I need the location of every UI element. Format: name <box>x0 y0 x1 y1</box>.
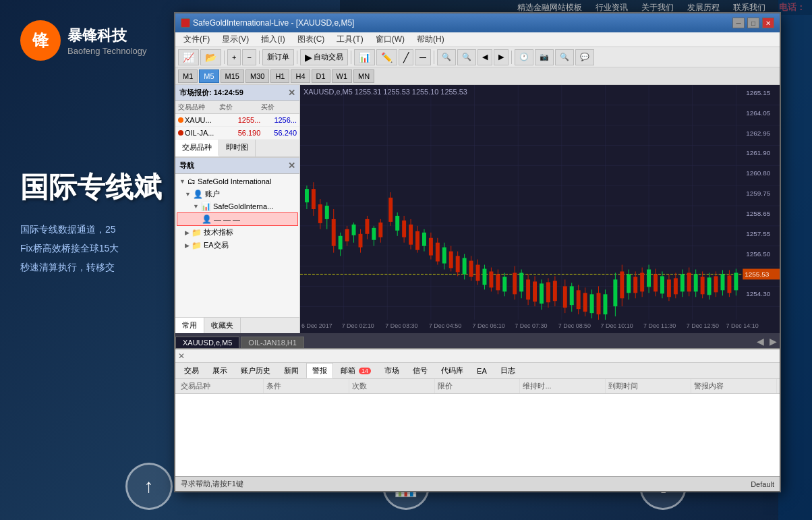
minimize-button[interactable]: ─ <box>732 18 745 28</box>
status-bar: 寻求帮助,请按F1键 Default <box>175 476 780 491</box>
logo-area: 锋 暴锋科技 Baofeng Technology <box>20 20 147 61</box>
tab-ea[interactable]: EA <box>471 364 493 378</box>
svg-text:1255.53: 1255.53 <box>745 270 769 278</box>
nav-highlighted-account[interactable]: 👤 — — — <box>177 212 298 226</box>
menu-window[interactable]: 窗口(W) <box>370 32 410 47</box>
close-button[interactable]: ✕ <box>762 18 774 28</box>
nav-accounts[interactable]: ▼ 👤 账户 <box>177 187 298 200</box>
svg-rect-133 <box>640 272 644 291</box>
bottom-table-body <box>175 394 780 476</box>
navigator-header: 导航 ✕ <box>175 158 299 174</box>
nav-indicators[interactable]: ▶ 📁 技术指标 <box>177 226 298 239</box>
nav-item-news[interactable]: 行业资讯 <box>596 2 628 13</box>
chart-scroll-left[interactable]: ◀ <box>754 335 767 348</box>
hero-desc-line2: Fix桥高效桥接全球15大 <box>20 239 162 258</box>
toolbar-new-order[interactable]: 新订单 <box>262 49 294 65</box>
toolbar-objects[interactable]: ✏️ <box>376 49 397 65</box>
toolbar-screenshot[interactable]: 📷 <box>535 49 554 65</box>
chart-canvas[interactable]: 1265.15 1264.05 1262.95 1261.90 1260.80 … <box>300 85 780 333</box>
tf-h1[interactable]: H1 <box>270 69 289 83</box>
nav-arrow-account: ▼ <box>193 203 199 210</box>
left-panel: 市场报价: 14:24:59 ✕ 交易品种 卖价 买价 XAUU... 1255… <box>175 85 300 333</box>
bottom-panel-close[interactable]: ✕ <box>178 351 185 361</box>
nav-safegold[interactable]: ▼ 🗂 SafeGold International <box>177 175 298 187</box>
timeframe-bar: M1 M5 M15 M30 H1 H4 D1 W1 MN <box>175 67 780 85</box>
tab-journal[interactable]: 日志 <box>494 363 521 378</box>
tf-m1[interactable]: M1 <box>178 69 198 83</box>
tab-history[interactable]: 账户历史 <box>235 363 277 378</box>
navigator-close[interactable]: ✕ <box>288 161 295 171</box>
toolbar-zoom-chart-in[interactable]: 🔍 <box>437 49 456 65</box>
tf-m30[interactable]: M30 <box>245 69 269 83</box>
nav-item-about[interactable]: 关于我们 <box>641 2 674 13</box>
toolbar-indicators[interactable]: 📊 <box>354 49 375 65</box>
svg-text:7 Dec 02:10: 7 Dec 02:10 <box>342 322 374 329</box>
toolbar-hline[interactable]: ─ <box>415 49 431 65</box>
menu-help[interactable]: 帮助(H) <box>411 32 450 47</box>
tab-favorites[interactable]: 收藏夹 <box>204 318 241 333</box>
toolbar-scroll-right[interactable]: ▶ <box>494 49 509 65</box>
nav-item-templates[interactable]: 精选金融网站模板 <box>517 2 582 13</box>
bottom-table-header: 交易品种 条件 次数 限价 维持时... 到期时间 警报内容 <box>175 379 780 394</box>
tab-market[interactable]: 市场 <box>378 363 405 378</box>
svg-rect-139 <box>660 276 664 293</box>
menu-file[interactable]: 文件(F) <box>178 32 215 47</box>
toolbar-zoom-in[interactable]: + <box>227 49 241 65</box>
window-title: SafeGoldInternational-Live - [XAUUSD,e,M… <box>193 18 732 28</box>
tf-mn[interactable]: MN <box>353 69 374 83</box>
toolbar-zoom-chart-out[interactable]: 🔍 <box>457 49 476 65</box>
bottom-tabs: 交易 展示 账户历史 新闻 警报 邮箱 14 市场 信号 代码库 EA 日志 <box>175 363 780 379</box>
tf-m5[interactable]: M5 <box>199 69 219 83</box>
svg-rect-111 <box>563 286 567 308</box>
svg-text:XAUUSD,e,M5  1255.31  1255.53 : XAUUSD,e,M5 1255.31 1255.53 1255.10 1255… <box>303 88 467 96</box>
nav-item-history[interactable]: 发展历程 <box>687 2 720 13</box>
svg-text:1261.90: 1261.90 <box>746 149 770 156</box>
tab-common[interactable]: 常用 <box>175 318 204 333</box>
tf-w1[interactable]: W1 <box>332 69 353 83</box>
oil-buy-price: 56.240 <box>263 127 299 139</box>
tab-trading[interactable]: 交易 <box>178 363 205 378</box>
toolbar-auto-trade[interactable]: ▶ 自动交易 <box>300 49 348 65</box>
tab-display[interactable]: 展示 <box>206 363 233 378</box>
tab-signals[interactable]: 信号 <box>407 363 434 378</box>
menu-tools[interactable]: 工具(T) <box>331 32 368 47</box>
nav-safegold-account[interactable]: ▼ 📊 SafeGoldInterna... <box>177 200 298 212</box>
toolbar-open[interactable]: 📂 <box>200 49 221 65</box>
menu-view[interactable]: 显示(V) <box>216 32 254 47</box>
chart-tab-oiljan18[interactable]: OIL-JAN18,H1 <box>241 337 304 348</box>
toolbar-search[interactable]: 🔍 <box>555 49 574 65</box>
tf-m15[interactable]: M15 <box>221 69 244 83</box>
toolbar-clock[interactable]: 🕐 <box>515 49 533 65</box>
toolbar-line[interactable]: ╱ <box>399 49 413 65</box>
tab-symbols[interactable]: 交易品种 <box>175 140 219 156</box>
svg-text:1259.75: 1259.75 <box>746 190 770 197</box>
svg-rect-149 <box>694 274 698 291</box>
tab-news[interactable]: 新闻 <box>278 363 305 378</box>
market-row-xauusd[interactable]: XAUU... 1255... 1256... <box>175 114 299 127</box>
tab-codebase[interactable]: 代码库 <box>435 363 469 378</box>
svg-rect-153 <box>707 277 712 295</box>
maximize-button[interactable]: □ <box>747 18 759 28</box>
market-row-oiljanusd[interactable]: OIL-JA... 56.190 56.240 <box>175 127 299 140</box>
toolbar-separator-5 <box>434 51 434 64</box>
toolbar-separator-3 <box>297 51 297 64</box>
tab-alerts[interactable]: 警报 <box>306 363 333 378</box>
tf-h4[interactable]: H4 <box>291 69 310 83</box>
nav-item-contact[interactable]: 联系我们 <box>733 2 765 13</box>
chart-scroll-right[interactable]: ▶ <box>767 335 780 348</box>
toolbar-zoom-out[interactable]: − <box>242 49 256 65</box>
tf-d1[interactable]: D1 <box>312 69 330 83</box>
menu-insert[interactable]: 插入(I) <box>256 32 290 47</box>
nav-ea[interactable]: ▶ 📁 EA交易 <box>177 239 298 252</box>
toolbar-new-chart[interactable]: 📈 <box>178 49 199 65</box>
symbol-oiljanusd: OIL-JA... <box>175 127 227 139</box>
chart-tab-xauusd[interactable]: XAUUSD,e,M5 <box>175 337 239 348</box>
tab-tick-chart[interactable]: 即时图 <box>219 140 256 156</box>
toolbar-comment[interactable]: 💬 <box>575 49 594 65</box>
col-count: 次数 <box>349 379 435 393</box>
menu-chart[interactable]: 图表(C) <box>292 32 330 47</box>
nav-label-safegold: SafeGold International <box>198 177 271 185</box>
toolbar-scroll-left[interactable]: ◀ <box>477 49 492 65</box>
market-watch-close[interactable]: ✕ <box>288 88 295 98</box>
tab-mailbox[interactable]: 邮箱 14 <box>335 363 377 378</box>
